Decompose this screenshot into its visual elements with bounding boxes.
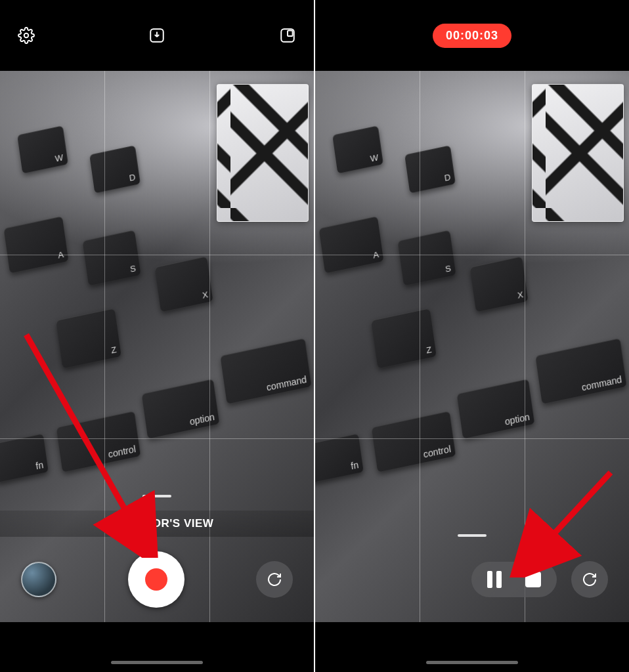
mode-selector[interactable]: ‹ DIRECTOR'S VIEW <box>0 511 314 537</box>
recording-controls-pill <box>471 562 557 597</box>
top-toolbar <box>0 0 314 71</box>
svg-rect-3 <box>288 30 293 36</box>
switch-camera-button[interactable] <box>256 561 293 598</box>
pip-layout-icon <box>279 27 296 44</box>
chevron-left-icon: ‹ <box>100 516 105 532</box>
pip-front-camera-preview[interactable] <box>217 84 309 222</box>
gear-icon <box>18 27 35 44</box>
cycle-icon <box>267 572 282 587</box>
capture-controls <box>0 537 314 622</box>
bottom-black-bar <box>0 622 314 672</box>
home-indicator <box>111 661 203 664</box>
pause-button[interactable] <box>487 571 502 588</box>
cycle-icon <box>582 572 597 587</box>
record-button[interactable] <box>128 551 184 608</box>
save-button[interactable] <box>146 25 167 46</box>
capture-controls <box>315 537 629 622</box>
stop-button[interactable] <box>525 572 541 587</box>
switch-camera-button[interactable] <box>571 561 608 598</box>
drawer-handle[interactable] <box>142 495 171 497</box>
camera-screen-idle: W D A S X Z fn control option command ‹ … <box>0 0 314 672</box>
svg-point-0 <box>24 33 29 38</box>
pause-icon <box>487 571 492 588</box>
recording-timer: 00:00:03 <box>433 24 511 48</box>
camera-screen-recording: 00:00:03 W D A S X Z fn control option c… <box>315 0 629 672</box>
gallery-thumbnail[interactable] <box>21 562 56 597</box>
pip-front-camera-preview[interactable] <box>532 84 624 222</box>
bottom-black-bar <box>315 622 629 672</box>
top-toolbar: 00:00:03 <box>315 0 629 71</box>
pause-icon <box>496 571 502 588</box>
mode-label: DIRECTOR'S VIEW <box>109 517 214 530</box>
save-down-icon <box>148 27 165 44</box>
settings-button[interactable] <box>16 25 37 46</box>
pip-layout-button[interactable] <box>277 25 298 46</box>
home-indicator <box>426 661 518 664</box>
record-icon <box>145 568 167 591</box>
